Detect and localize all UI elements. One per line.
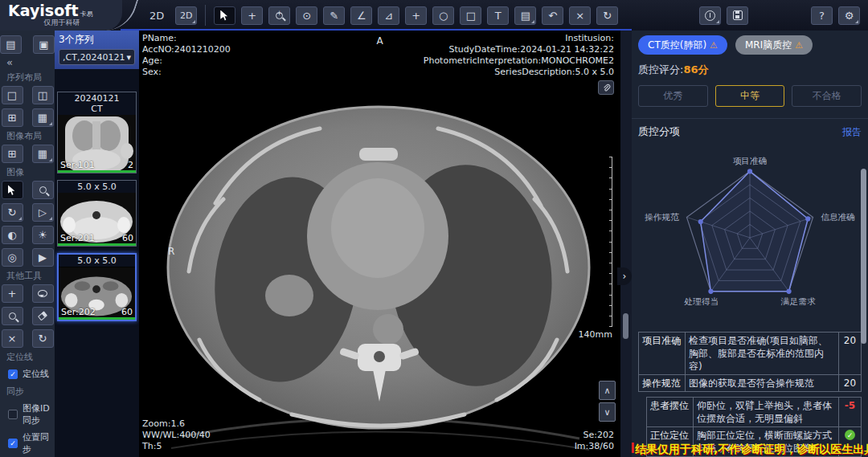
delete-annotation-button[interactable]: ×: [569, 6, 591, 25]
refresh-button[interactable]: ↻: [32, 329, 54, 348]
window-level-icon: ⊙: [302, 10, 311, 21]
img-layout-grid4-button[interactable]: ⊞: [2, 145, 23, 163]
cobb-angle-button[interactable]: ⊿: [378, 6, 399, 25]
app-window: Kayisoft 卡易 仅用于科研 2D 2D + ⊙ ✎ ∠ ⊿ + ○ □ …: [0, 0, 868, 457]
clear-button[interactable]: ×: [2, 329, 23, 348]
settings-button[interactable]: ⚙: [838, 6, 860, 25]
series-thumb-201[interactable]: 5.0 x 5.0 Ser:20160: [57, 180, 137, 247]
qc-score-value: 86分: [683, 63, 708, 75]
warning-icon: ⚠: [795, 40, 803, 51]
report-info-button[interactable]: [699, 6, 721, 25]
panel-copy-button[interactable]: ▣: [33, 35, 55, 54]
rectangle-icon: □: [466, 10, 476, 21]
pan-tool-button[interactable]: +: [241, 6, 263, 25]
undo-button[interactable]: ↶: [542, 6, 563, 25]
tab-ct-qc[interactable]: CT质控(肺部) ⚠: [638, 35, 727, 55]
cine-play-button[interactable]: ▶: [32, 248, 54, 267]
layout-grid4-button[interactable]: ⊞: [2, 108, 23, 127]
series-thumb-202-selected[interactable]: 5.0 x 5.0 Ser:20260: [57, 253, 137, 321]
brand-cn: 卡易: [80, 10, 93, 18]
flip-icon: ▷: [39, 207, 47, 218]
brightness-button[interactable]: ☀: [32, 226, 54, 244]
collapse-sidebar-button[interactable]: «: [0, 57, 55, 68]
slice-scrollbar-thumb[interactable]: [623, 313, 628, 339]
grade-fail-button[interactable]: 不合格: [792, 85, 862, 107]
tool-buttons: + ⊙ ✎ ∠ ⊿ + ○ □ T ▤ ↶ × ↻: [214, 6, 618, 25]
table-row: 操作规范 图像的获取是否符合操作规范 20: [639, 375, 862, 392]
ai-magnifier-icon: [9, 312, 16, 320]
ellipse-roi-button[interactable]: ○: [432, 6, 454, 25]
rotate-button[interactable]: ↻: [2, 203, 23, 222]
sync-position-checkbox[interactable]: ✓ 位置同步: [0, 429, 55, 457]
image-viewport[interactable]: PName: AccNO:2401210200 Age: Sex: A R In…: [139, 31, 620, 457]
slice-up-button[interactable]: ∧: [599, 381, 616, 400]
help-button[interactable]: ?: [811, 6, 833, 25]
zoom-tool-button[interactable]: [268, 6, 290, 25]
checkbox-icon: [8, 410, 18, 419]
cursor-tool-button[interactable]: [214, 6, 235, 25]
zoom-window-overlay: Zoom:1.6 WW/WL:400/40 Th:5: [142, 418, 211, 452]
eraser-button[interactable]: [32, 307, 54, 325]
svg-text:处理得当: 处理得当: [683, 296, 719, 307]
qc-panel-scrollbar-thumb[interactable]: [861, 169, 866, 344]
cobb-angle-icon: ⊿: [384, 10, 393, 21]
angle-tool-button[interactable]: ∠: [350, 6, 372, 25]
study-info-overlay: Institusion: StudyDateTime:2024-01-21 14…: [424, 33, 614, 78]
orientation-right-label: R: [168, 246, 174, 257]
attachment-button[interactable]: [598, 80, 614, 95]
image-layout-export-button[interactable]: ▤: [514, 6, 536, 25]
top-toolbar: Kayisoft 卡易 仅用于科研 2D 2D + ⊙ ✎ ∠ ⊿ + ○ □ …: [0, 0, 868, 31]
svg-text:满足需求: 满足需求: [780, 296, 816, 307]
crosshair-tool-button[interactable]: +: [405, 6, 427, 25]
grade-excellent-button[interactable]: 优秀: [638, 85, 708, 107]
img-layout-grid9-button[interactable]: ▦: [32, 145, 54, 163]
reset-icon: ↻: [39, 333, 47, 344]
qc-radar-chart: 项目准确信息准确满足需求处理得当操作规范: [638, 141, 862, 332]
series-list-button[interactable]: ▤: [0, 35, 22, 54]
table-row: 项目准确 检查项目是否准确(项目如脑部、胸部、腹部是否在标准的范围内容) 20: [639, 333, 862, 375]
add-tool-button[interactable]: +: [2, 284, 23, 303]
patient-info-overlay: PName: AccNO:2401210200 Age: Sex:: [142, 33, 231, 78]
layout-single-button[interactable]: □: [2, 86, 23, 104]
reset-icon: ↻: [603, 10, 612, 21]
reset-button[interactable]: ↻: [596, 6, 618, 25]
series-thumb-101[interactable]: 20240121CT Ser:1012: [57, 92, 137, 173]
rectangle-roi-button[interactable]: □: [460, 6, 481, 25]
comment-icon: [38, 290, 47, 297]
sidebar-cursor-button[interactable]: [2, 181, 23, 199]
report-link[interactable]: 报告: [842, 125, 862, 139]
layout-grid9-button[interactable]: ▦: [32, 108, 54, 127]
mode-2d-button[interactable]: 2D: [175, 6, 197, 25]
slice-down-button[interactable]: ∨: [599, 402, 616, 422]
text-annotation-button[interactable]: T: [487, 6, 509, 25]
img-layout-grid9-icon: ▦: [38, 149, 47, 159]
close-icon: ×: [8, 333, 17, 344]
check-pass-icon: ✓: [845, 430, 855, 440]
comment-tool-button[interactable]: [32, 284, 54, 303]
play-icon: ▶: [39, 252, 47, 263]
crosshair-icon: +: [411, 10, 420, 21]
sidebar-magnify-button[interactable]: [32, 181, 54, 199]
window-level-button[interactable]: ⊙: [296, 6, 317, 25]
sync-image-id-checkbox[interactable]: 图像ID同步: [0, 400, 55, 429]
pencil-measure-button[interactable]: ✎: [323, 6, 345, 25]
plus-icon: +: [8, 288, 17, 299]
expand-panel-handle[interactable]: ›: [617, 267, 632, 285]
orientation-anterior-label: A: [376, 35, 383, 47]
disclaimer-marquee: 结果仅用于科研,不作诊断证明，诊断以医生出具的诊断: [632, 442, 868, 457]
flip-button[interactable]: ▷: [32, 203, 54, 222]
invert-button[interactable]: ◐: [2, 226, 23, 244]
target-icon: ◎: [7, 252, 16, 263]
target-button[interactable]: ◎: [2, 248, 23, 267]
study-select-dropdown[interactable]: ,CT,20240121 ▾: [59, 49, 135, 65]
ai-detect-button[interactable]: [2, 307, 23, 325]
section-series-layout: 序列布局: [0, 68, 55, 86]
scout-line-checkbox[interactable]: ✓ 定位线: [0, 365, 55, 382]
qc-subsection-title: 质控分项: [638, 124, 680, 139]
layout-two-col-button[interactable]: ◫: [32, 86, 54, 104]
grade-medium-button[interactable]: 中等: [715, 85, 785, 107]
series-count-label: 3个序列: [59, 33, 135, 47]
tab-mri-qc[interactable]: MRI脑质控 ⚠: [735, 35, 813, 55]
toolbar-separator: [205, 5, 206, 26]
save-button[interactable]: [727, 6, 748, 25]
